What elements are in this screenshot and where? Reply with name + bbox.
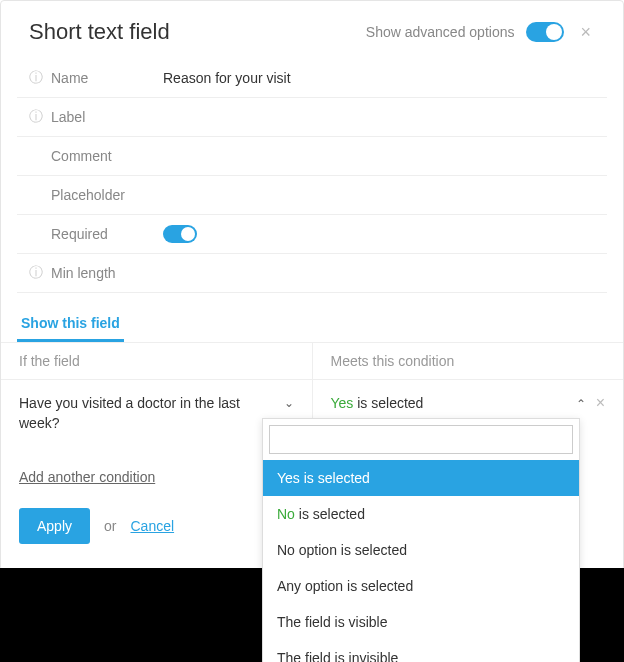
form-body: ⓘ Name ⓘ Label ⓘ Comment ⓘ Placeholder ⓘ… [1,55,623,293]
remove-condition-icon[interactable]: × [596,394,605,412]
row-placeholder: ⓘ Placeholder [17,176,607,215]
placeholder-label: Placeholder [51,187,163,203]
dropdown-option[interactable]: The field is visible [263,604,579,640]
minlength-input[interactable] [163,265,607,281]
chevron-up-icon[interactable]: ⌃ [576,397,586,411]
info-icon[interactable]: ⓘ [27,69,45,87]
row-minlength: ⓘ Min length [17,254,607,293]
chevron-down-icon: ⌄ [284,396,294,410]
row-name: ⓘ Name [17,59,607,98]
tab-show-field[interactable]: Show this field [17,307,124,342]
dropdown-option[interactable]: The field is invisible [263,640,579,662]
placeholder-input[interactable] [163,187,607,203]
panel-header: Short text field Show advanced options × [1,1,623,55]
comment-label: Comment [51,148,163,164]
dropdown-option[interactable]: Any option is selected [263,568,579,604]
name-label: Name [51,70,163,86]
cancel-link[interactable]: Cancel [130,518,174,534]
col-if-label: If the field [1,343,312,379]
minlength-label: Min length [51,265,163,281]
or-text: or [104,518,116,534]
row-required: ⓘ Required [17,215,607,254]
label-input[interactable] [163,109,607,125]
dropdown-list: Yes is selectedNo is selectedNo option i… [263,460,579,662]
dropdown-option[interactable]: No is selected [263,496,579,532]
dropdown-option[interactable]: Yes is selected [263,460,579,496]
row-comment: ⓘ Comment [17,137,607,176]
label-label: Label [51,109,163,125]
required-label: Required [51,226,163,242]
header-actions: Show advanced options × [366,22,595,43]
advanced-options-toggle[interactable] [526,22,564,42]
apply-button[interactable]: Apply [19,508,90,544]
advanced-options-label: Show advanced options [366,24,515,40]
comment-input[interactable] [163,148,607,164]
add-condition-link[interactable]: Add another condition [19,469,155,485]
condition-select[interactable]: Yes is selected [331,395,424,411]
col-meets-label: Meets this condition [312,343,624,379]
row-label: ⓘ Label [17,98,607,137]
condition-prefix: Yes [331,395,354,411]
condition-suffix: is selected [353,395,423,411]
dropdown-search-input[interactable] [269,425,573,454]
field-select[interactable]: Have you visited a doctor in the last we… [19,394,294,433]
required-toggle[interactable] [163,225,197,243]
name-input[interactable] [163,70,607,86]
tabs: Show this field [1,293,623,342]
dropdown-option[interactable]: No option is selected [263,532,579,568]
condition-dropdown: Yes is selectedNo is selectedNo option i… [262,418,580,662]
field-select-text: Have you visited a doctor in the last we… [19,394,284,433]
close-icon[interactable]: × [576,22,595,43]
conditions-header: If the field Meets this condition [1,342,623,380]
info-icon[interactable]: ⓘ [27,264,45,282]
info-icon[interactable]: ⓘ [27,108,45,126]
condition-value-wrap: Yes is selected ⌃ × [331,394,606,412]
panel-title: Short text field [29,19,170,45]
dropdown-search-wrap [263,419,579,460]
